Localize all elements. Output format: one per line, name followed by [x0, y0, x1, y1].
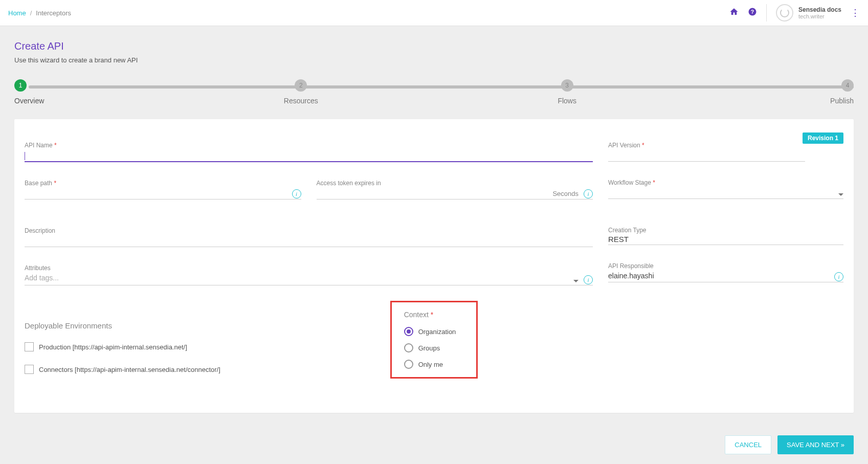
step-publish[interactable]: 4 Publish	[813, 79, 854, 105]
checkbox-icon	[25, 342, 34, 351]
api-responsible-input[interactable]	[608, 270, 843, 282]
side-column: Revision 1 API Version * Workflow Stage …	[608, 135, 843, 296]
radio-icon	[404, 343, 413, 352]
label-workflow-stage: Workflow Stage *	[608, 179, 843, 186]
breadcrumb-current: Interceptors	[36, 9, 71, 17]
workflow-stage-select[interactable]	[608, 186, 843, 199]
label-token-expires: Access token expires in	[317, 180, 593, 187]
page-title: Create API	[14, 40, 854, 52]
env-label-1: Connectors [https://api-apim-internal.se…	[39, 366, 220, 373]
breadcrumb: Home / Interceptors	[8, 9, 71, 17]
context-heading: Context *	[404, 311, 456, 319]
step-flows[interactable]: 3 Flows	[547, 79, 588, 105]
env-label-0: Production [https://api-apim-internal.se…	[39, 343, 187, 351]
radio-label-1: Groups	[418, 344, 440, 352]
user-box[interactable]: Sensedia docs tech.writer	[766, 4, 841, 21]
radio-organization[interactable]: Organization	[404, 327, 456, 336]
step-label-4: Publish	[830, 97, 854, 105]
label-api-responsible: API Responsible	[608, 262, 843, 270]
step-resources[interactable]: 2 Resources	[280, 79, 321, 105]
label-description: Description	[25, 227, 593, 234]
token-expires-input[interactable]	[317, 187, 593, 200]
field-api-version: Revision 1 API Version *	[608, 135, 843, 162]
info-icon[interactable]: i	[584, 189, 593, 198]
step-circle-3: 3	[561, 79, 573, 92]
field-workflow-stage: Workflow Stage *	[608, 172, 843, 199]
topbar: Home / Interceptors ? Sensedia docs tech…	[0, 0, 868, 26]
api-version-input[interactable]	[608, 149, 805, 162]
user-name: Sensedia docs	[798, 6, 841, 13]
checkbox-icon	[25, 365, 34, 374]
env-checkbox-connectors[interactable]: Connectors [https://api-apim-internal.se…	[25, 365, 375, 374]
help-icon[interactable]: ?	[748, 7, 757, 19]
step-circle-4: 4	[841, 79, 854, 92]
info-icon[interactable]: i	[834, 272, 843, 281]
step-circle-2: 2	[295, 79, 307, 92]
field-api-responsible: API Responsible i	[608, 255, 843, 282]
stepper: 1 Overview 2 Resources 3 Flows 4 Publish	[14, 79, 854, 105]
page: Create API Use this wizard to create a b…	[0, 26, 868, 423]
field-creation-type: Creation Type REST	[608, 219, 843, 245]
field-api-name: API Name *	[25, 135, 593, 162]
footer-actions: CANCEL SAVE AND NEXT »	[0, 423, 868, 464]
step-label-3: Flows	[558, 97, 576, 105]
radio-only-me[interactable]: Only me	[404, 360, 456, 369]
label-creation-type: Creation Type	[608, 227, 843, 234]
api-name-input[interactable]	[25, 149, 593, 162]
radio-icon	[404, 360, 413, 369]
revision-badge: Revision 1	[803, 132, 843, 144]
context-box: Context * Organization Groups Only me	[390, 301, 478, 379]
chevron-down-icon	[838, 193, 843, 196]
description-input[interactable]	[25, 234, 593, 247]
field-token-expires: Access token expires in Seconds i	[317, 172, 593, 200]
info-icon[interactable]: i	[584, 275, 593, 284]
label-attributes: Attributes	[25, 264, 593, 272]
user-text: Sensedia docs tech.writer	[798, 6, 841, 19]
user-role: tech.writer	[798, 13, 841, 19]
env-checkbox-production[interactable]: Production [https://api-apim-internal.se…	[25, 342, 375, 351]
breadcrumb-home[interactable]: Home	[8, 9, 26, 17]
form-card: API Name * Revision 1 API Version * Work…	[14, 119, 854, 413]
menu-kebab-icon[interactable]: ⋮	[851, 7, 860, 18]
field-description: Description	[25, 220, 593, 247]
step-label-1: Overview	[14, 97, 44, 105]
base-path-input[interactable]	[25, 187, 301, 200]
token-expires-unit: Seconds	[552, 190, 578, 197]
topbar-right: ? Sensedia docs tech.writer ⋮	[729, 4, 860, 21]
label-api-name: API Name *	[25, 142, 593, 149]
save-next-button[interactable]: SAVE AND NEXT »	[777, 435, 854, 454]
attributes-input[interactable]: Add tags...	[25, 272, 593, 285]
avatar	[776, 4, 793, 21]
field-attributes: Attributes Add tags... i	[25, 257, 593, 285]
radio-label-0: Organization	[418, 328, 456, 336]
info-icon[interactable]: i	[292, 189, 301, 198]
svg-text:?: ?	[751, 8, 754, 14]
chevron-down-icon	[573, 280, 578, 282]
breadcrumb-sep: /	[30, 9, 32, 17]
radio-label-2: Only me	[418, 361, 443, 368]
home-icon[interactable]	[729, 7, 739, 19]
step-circle-1: 1	[14, 79, 27, 92]
creation-type-value: REST	[608, 234, 843, 244]
page-subtitle: Use this wizard to create a brand new AP…	[14, 56, 854, 64]
field-base-path: Base path * i	[25, 172, 301, 200]
step-overview[interactable]: 1 Overview	[14, 79, 55, 105]
radio-groups[interactable]: Groups	[404, 343, 456, 352]
radio-icon	[404, 327, 413, 336]
label-base-path: Base path *	[25, 180, 301, 187]
step-label-2: Resources	[284, 97, 318, 105]
deployable-section: Deployable Environments Production [http…	[25, 301, 375, 387]
deployable-heading: Deployable Environments	[25, 321, 375, 330]
cancel-button[interactable]: CANCEL	[725, 435, 771, 454]
